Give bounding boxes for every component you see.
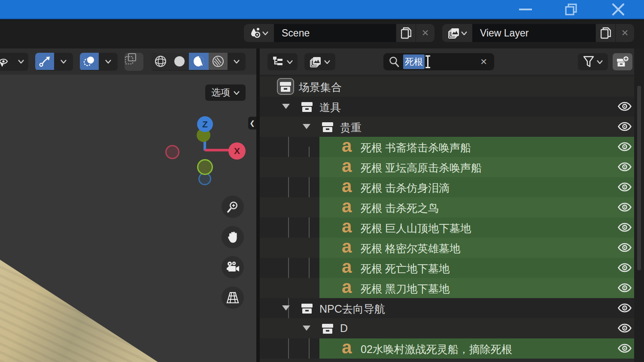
outliner-row[interactable]: 场景集合 (260, 76, 634, 97)
outliner-row[interactable]: D (260, 318, 634, 338)
outliner-row[interactable]: a死根 巨人山顶地下墓地 (260, 217, 634, 238)
scrollbar-thumb[interactable] (637, 86, 641, 270)
visibility-eye-icon[interactable] (618, 223, 632, 232)
visibility-eye-button[interactable] (618, 243, 632, 254)
outliner-item-label[interactable]: 死根 亚坛高原击杀唤声船 (361, 161, 482, 175)
visibility-eye-button[interactable] (618, 263, 632, 274)
expand-collapse-toggle[interactable] (303, 326, 310, 331)
visibility-eye-icon[interactable] (618, 102, 632, 111)
outliner-row[interactable]: a死根 死亡地下墓地 (260, 258, 634, 278)
visibility-eye-button[interactable] (618, 142, 632, 153)
visibility-eye-button[interactable] (618, 344, 632, 355)
expand-collapse-toggle[interactable] (303, 124, 310, 129)
scene-copy-button[interactable] (396, 24, 416, 42)
outliner-item-label[interactable]: 死根 黑刀地下墓地 (361, 282, 450, 296)
search-clear-icon[interactable]: ✕ (480, 57, 487, 67)
visibility-eye-button[interactable] (618, 122, 632, 133)
outliner-row[interactable]: NPC去向导航 (260, 298, 634, 318)
view-layer-copy-button[interactable] (595, 24, 615, 42)
x-axis-negative-ball[interactable] (165, 145, 179, 159)
object-visibility-dropdown[interactable] (0, 53, 28, 71)
visibility-eye-button[interactable] (618, 182, 632, 193)
visibility-eye-button[interactable] (618, 162, 632, 173)
outliner-row[interactable]: a死根 击杀死之鸟 (260, 197, 634, 217)
visibility-eye-button[interactable] (618, 202, 632, 214)
show-overlays-toggle[interactable] (80, 53, 99, 70)
visibility-eye-icon[interactable] (618, 263, 632, 272)
toggle-perspective-button[interactable] (222, 287, 244, 309)
filter-type-dropdown[interactable] (304, 53, 335, 70)
expand-collapse-toggle[interactable] (282, 305, 290, 311)
zoom-button[interactable] (222, 196, 244, 218)
visibility-eye-button[interactable] (618, 283, 632, 294)
pan-button[interactable] (222, 226, 244, 248)
outliner-item-label[interactable]: 02水唤村激战死灵船，摘除死根 (361, 342, 512, 356)
expand-collapse-toggle[interactable] (282, 104, 290, 109)
outliner-item-label[interactable]: 死根 击杀死之鸟 (361, 201, 439, 215)
visibility-eye-icon[interactable] (618, 202, 632, 212)
outliner-item-label[interactable]: 死根 巨人山顶地下墓地 (361, 221, 471, 235)
x-axis-ball[interactable]: X (228, 142, 246, 160)
outliner-item-label[interactable]: 死根 击杀仿身泪滴 (361, 181, 450, 195)
outliner-row[interactable]: a (260, 359, 634, 362)
view-layer-browse-button[interactable] (442, 24, 472, 42)
wireframe-shading-button[interactable] (151, 53, 170, 70)
camera-view-button[interactable] (222, 256, 244, 278)
outliner-item-label[interactable]: 道具 (319, 100, 341, 115)
view-layer-name[interactable]: View Layer (472, 24, 595, 42)
visibility-eye-icon[interactable] (618, 344, 632, 353)
search-field[interactable]: 死根 ✕ (383, 53, 494, 70)
shading-dropdown[interactable] (228, 53, 246, 70)
solid-shading-button[interactable] (170, 53, 189, 70)
outliner-item-label[interactable]: 死根 格密尔英雄墓地 (361, 241, 460, 256)
toggle-xray-button[interactable] (125, 53, 143, 71)
material-preview-shading-button[interactable] (189, 53, 209, 70)
close-button[interactable] (605, 0, 632, 18)
outliner-row[interactable]: a02水唤村激战死灵船，摘除死根 (260, 338, 634, 359)
outliner-item-label[interactable]: 场景集合 (299, 80, 342, 94)
visibility-eye-icon[interactable] (618, 323, 632, 333)
visibility-eye-button[interactable] (618, 303, 632, 314)
z-axis-ball[interactable]: Z (197, 116, 213, 132)
restore-button[interactable] (557, 0, 585, 18)
visibility-eye-icon[interactable] (618, 243, 632, 252)
outliner-row[interactable]: 贵重 (260, 117, 634, 137)
overlays-dropdown[interactable] (99, 53, 118, 70)
sidebar-collapse-handle[interactable]: ❮ (248, 117, 256, 130)
outliner-row[interactable]: a死根 亚坛高原击杀唤声船 (260, 157, 634, 177)
visibility-eye-icon[interactable] (618, 142, 632, 151)
rendered-shading-button[interactable] (209, 53, 228, 70)
options-dropdown-button[interactable]: 选项 (205, 84, 246, 101)
show-gizmos-toggle[interactable] (35, 53, 54, 70)
y-axis-front-ball[interactable] (197, 159, 213, 175)
visibility-eye-button[interactable] (618, 102, 632, 113)
outliner-item-label[interactable]: 死根 书斋塔击杀唤声船 (361, 141, 471, 155)
outliner-row[interactable]: a死根 格密尔英雄墓地 (260, 238, 634, 258)
minimize-button[interactable] (512, 0, 539, 18)
outliner-row[interactable]: 道具 (260, 97, 634, 117)
visibility-eye-button[interactable] (618, 223, 632, 234)
visibility-eye-icon[interactable] (618, 182, 632, 192)
outliner-item-label[interactable]: 死根 死亡地下墓地 (361, 262, 450, 276)
visibility-eye-icon[interactable] (618, 303, 632, 313)
visibility-eye-icon[interactable] (618, 283, 632, 293)
outliner-item-label[interactable]: D (340, 322, 348, 335)
search-input-selected-text[interactable]: 死根 (403, 54, 425, 69)
z-axis-label: Z (202, 119, 208, 130)
xray-icon (125, 53, 137, 65)
scene-unlink-button[interactable]: ✕ (416, 24, 434, 42)
gizmos-dropdown[interactable] (54, 53, 73, 70)
outliner-row[interactable]: a死根 击杀仿身泪滴 (260, 177, 634, 197)
visibility-eye-icon[interactable] (618, 122, 632, 131)
outliner-item-label[interactable]: NPC去向导航 (319, 302, 385, 316)
view-layer-remove-button[interactable]: ✕ (615, 24, 634, 42)
visibility-eye-button[interactable] (618, 323, 632, 335)
scene-name[interactable]: Scene (274, 24, 396, 42)
outliner-row[interactable]: a死根 黑刀地下墓地 (260, 278, 634, 298)
visibility-eye-icon[interactable] (618, 162, 632, 172)
outliner-row[interactable]: a死根 书斋塔击杀唤声船 (260, 137, 634, 157)
scene-browse-button[interactable] (244, 24, 274, 42)
filter-dropdown[interactable] (578, 53, 608, 70)
display-mode-dropdown[interactable] (267, 53, 298, 70)
new-collection-button[interactable] (613, 53, 632, 70)
